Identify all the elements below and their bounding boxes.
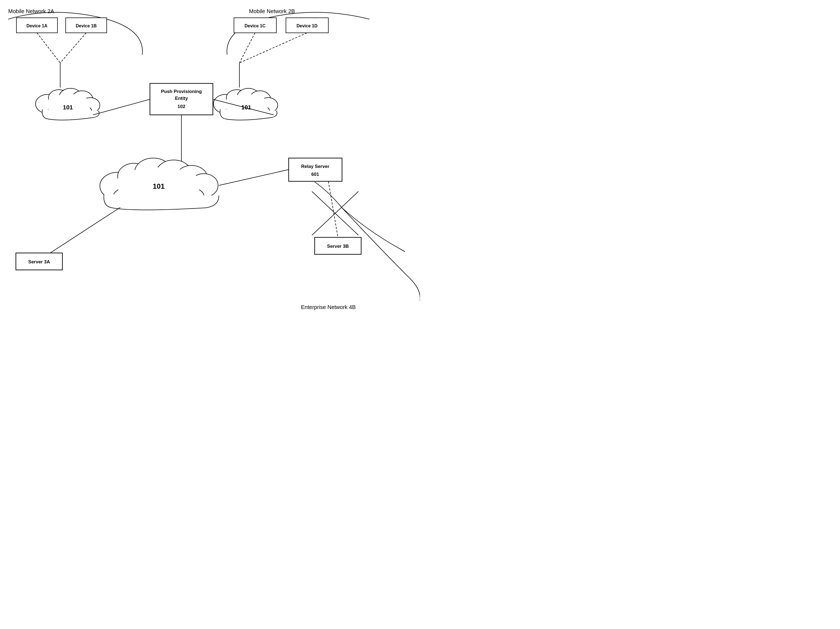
- push-provisioning-label3: 102: [178, 104, 185, 109]
- cloud-right: 101: [213, 88, 278, 120]
- relay-server-label1: Relay Server: [301, 164, 329, 169]
- cloud-right-label: 101: [241, 104, 251, 111]
- cloud-left-label: 101: [63, 104, 73, 111]
- cloud-left: 101: [36, 88, 100, 120]
- server-3b-label: Server 3B: [327, 244, 349, 249]
- cloud-bottom: 101: [100, 158, 219, 210]
- svg-line-1: [60, 33, 86, 63]
- svg-line-31: [219, 170, 289, 185]
- diagram-container: Mobile Network 2A Mobile Network 2B Ente…: [0, 0, 420, 314]
- svg-line-3: [239, 33, 307, 63]
- svg-line-0: [37, 33, 60, 63]
- relay-server-box: [289, 158, 342, 181]
- device-1d-label: Device 1D: [297, 24, 318, 28]
- mobile-network-2a-label: Mobile Network 2A: [8, 8, 54, 14]
- server-3a-label: Server 3A: [28, 259, 50, 265]
- svg-line-20: [93, 99, 150, 115]
- svg-line-2: [239, 33, 255, 63]
- mobile-network-2b-label: Mobile Network 2B: [249, 8, 295, 14]
- push-provisioning-label2: Entity: [175, 96, 188, 101]
- device-1a-label: Device 1A: [27, 24, 47, 28]
- cloud-bottom-label: 101: [153, 182, 164, 190]
- device-1c-label: Device 1C: [245, 24, 266, 28]
- relay-server-label2: 601: [311, 172, 319, 177]
- push-provisioning-label1: Push Provisioning: [161, 89, 202, 94]
- enterprise-network-4b-label: Enterprise Network 4B: [301, 304, 356, 310]
- svg-line-33: [328, 181, 338, 237]
- svg-line-32: [39, 207, 120, 260]
- device-1b-label: Device 1B: [76, 24, 97, 28]
